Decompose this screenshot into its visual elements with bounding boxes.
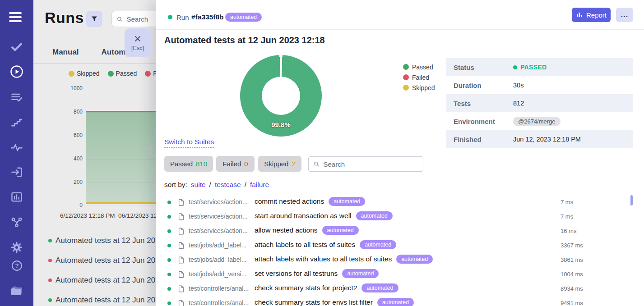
legend-item-passed[interactable]: Passed — [403, 63, 435, 71]
y-tick: 1000 — [62, 85, 83, 91]
summary-row-environment: Environment @2674/merge — [446, 112, 633, 130]
svg-text:?: ? — [15, 262, 19, 269]
run-summary-table: Status PASSED Duration 30s Tests 812 Env… — [446, 58, 633, 148]
sort-by-suite[interactable]: suite — [191, 181, 206, 190]
test-row[interactable]: test/controllers/anal... check summary s… — [156, 296, 644, 306]
test-row[interactable]: test/services/action... start around tra… — [156, 210, 644, 224]
filter-failed-chip[interactable]: Failed0 — [216, 156, 255, 172]
report-button[interactable]: Report — [572, 8, 611, 22]
test-duration: 3861 ms — [561, 256, 583, 263]
test-row[interactable]: test/jobs/add_label... attach labels wit… — [156, 253, 644, 267]
file-icon — [177, 198, 185, 206]
page-title: Runs — [45, 9, 84, 27]
status-dot — [167, 301, 171, 305]
tab-manual[interactable]: Manual — [52, 48, 79, 57]
sort-controls: sort by: suite/ testcase/ failure — [164, 181, 269, 190]
help-icon[interactable]: ? — [0, 260, 33, 272]
test-row[interactable]: test/controllers/anal... check summary s… — [156, 282, 644, 296]
steps-icon[interactable] — [0, 116, 33, 128]
donut-percent-label: 99.8% — [271, 121, 291, 128]
report-chart-icon — [576, 11, 583, 18]
run-details-drawer: Run #fa335f8b automated Report ... Autom… — [156, 0, 644, 306]
y-tick: 0 — [62, 202, 83, 208]
folders-icon[interactable] — [0, 284, 33, 297]
file-icon — [177, 285, 185, 293]
file-icon — [177, 242, 185, 250]
gear-icon[interactable] — [0, 241, 33, 254]
status-dot — [167, 258, 171, 262]
file-icon — [177, 227, 185, 235]
test-row[interactable]: test/jobs/add_label... attach labels to … — [156, 238, 644, 253]
automated-badge: automated — [396, 255, 433, 264]
chart-legend: Skipped Passed Failed — [69, 70, 170, 77]
run-status-dot — [48, 239, 52, 242]
sort-label: sort by: — [164, 181, 187, 189]
automated-badge: automated — [361, 283, 398, 292]
run-status-dot — [48, 259, 52, 262]
bar-chart-icon[interactable] — [0, 191, 33, 203]
summary-row-duration: Duration 30s — [446, 76, 633, 94]
skipped-dot — [403, 85, 409, 91]
automated-badge: automated — [356, 211, 393, 220]
sort-by-failure[interactable]: failure — [250, 181, 269, 190]
legend-item-skipped[interactable]: Skipped — [403, 84, 435, 91]
run-label: Run — [176, 14, 189, 21]
test-row[interactable]: test/services/action... allow nested act… — [156, 224, 644, 238]
activity-icon[interactable] — [0, 141, 33, 154]
summary-row-tests: Tests 812 — [446, 94, 633, 112]
sidebar: ? — [0, 0, 33, 306]
test-row[interactable]: test/jobs/add_versi... set versions for … — [156, 267, 644, 282]
passed-dot — [513, 65, 517, 69]
test-duration: 3367 ms — [561, 242, 583, 249]
scrollbar-thumb[interactable] — [149, 145, 152, 159]
x-tick: 6/12/2023 12:18 PM — [60, 212, 115, 219]
summary-row-status: Status PASSED — [446, 58, 633, 76]
automated-badge: automated — [360, 240, 396, 249]
close-drawer-button[interactable]: [Esc] — [125, 28, 151, 57]
run-status-dot — [48, 298, 52, 302]
status-dot — [167, 273, 171, 276]
failed-dot — [145, 71, 151, 77]
y-tick: 400 — [62, 155, 83, 162]
sort-by-testcase[interactable]: testcase — [215, 181, 241, 190]
check-icon[interactable] — [0, 41, 33, 54]
status-value: PASSED — [520, 64, 547, 71]
list-check-icon[interactable] — [0, 91, 33, 104]
skipped-dot — [69, 71, 74, 77]
automated-badge: automated — [225, 13, 262, 22]
test-duration: 8934 ms — [561, 285, 583, 292]
switch-to-suites-link[interactable]: Switch to Suites — [164, 138, 214, 148]
legend-item-failed[interactable]: Failed — [403, 73, 435, 81]
filter-passed-chip[interactable]: Passed810 — [164, 156, 213, 172]
run-status-dot — [168, 15, 172, 19]
y-tick: 600 — [62, 132, 83, 138]
legend-item-skipped[interactable]: Skipped — [69, 70, 100, 77]
x-tick: 06/12/2023 12 — [118, 212, 157, 219]
summary-row-finished: Finished Jun 12, 2023 12:18 PM — [446, 130, 633, 148]
sign-in-icon[interactable] — [0, 166, 33, 178]
test-duration: 7 ms — [561, 199, 573, 206]
status-dot — [167, 229, 171, 233]
menu-icon[interactable] — [9, 12, 22, 24]
automated-badge: automated — [322, 226, 359, 235]
git-branch-icon[interactable] — [0, 216, 33, 228]
esc-hint: [Esc] — [131, 45, 144, 51]
scrollbar-thumb[interactable] — [630, 195, 633, 206]
test-duration: 9491 ms — [561, 300, 583, 306]
filter-button[interactable] — [86, 11, 102, 27]
tests-search-input[interactable] — [323, 160, 418, 168]
app-root: ? Runs Manual Automated Skipped Passed F… — [0, 0, 644, 306]
run-id: #fa335f8b — [191, 13, 224, 21]
tests-search[interactable] — [308, 156, 423, 172]
file-icon — [177, 256, 185, 264]
search-icon — [116, 15, 123, 23]
passed-dot — [108, 71, 114, 77]
test-duration: 16 ms — [561, 228, 576, 234]
more-menu-button[interactable]: ... — [616, 8, 633, 22]
legend-item-passed[interactable]: Passed — [108, 70, 137, 77]
filter-skipped-chip[interactable]: Skipped2 — [258, 156, 301, 172]
test-row[interactable]: test/services/action... commit nested ac… — [156, 195, 644, 210]
status-dot — [167, 287, 171, 291]
test-duration: 7 ms — [561, 213, 573, 220]
play-circle-icon[interactable] — [0, 65, 33, 78]
